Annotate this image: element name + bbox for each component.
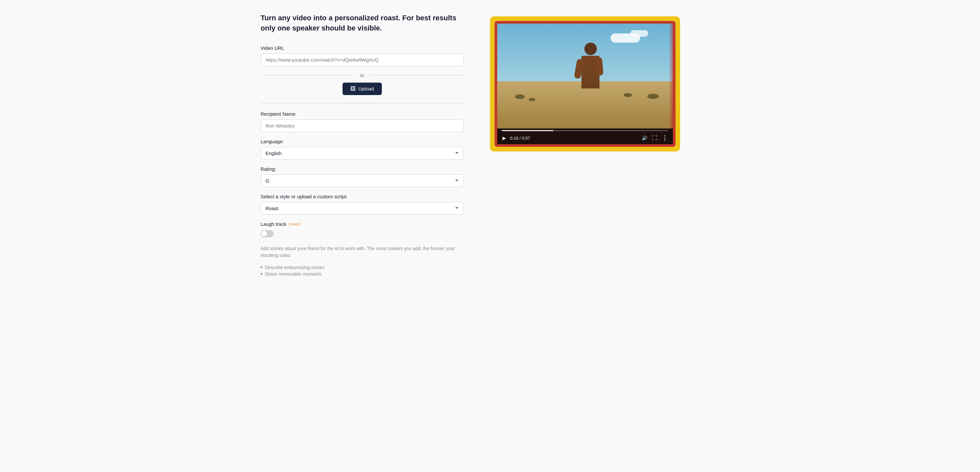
video-controls-bar: ▶ 0:18 / 0:57 🔊: [497, 132, 673, 144]
fullscreen-icon: ⛶: [652, 135, 657, 141]
progress-filled: [502, 130, 553, 131]
shrub-3: [624, 93, 632, 97]
style-group: Select a style or upload a custom script…: [261, 194, 464, 215]
bullet-item-2: Share memorable moments: [265, 272, 321, 277]
cloud-2: [630, 30, 648, 37]
style-select-wrapper: Roast Toast Birthday Retirement Custom: [261, 202, 464, 215]
upload-button-container: 🖼 Upload: [261, 83, 464, 95]
list-item: Share memorable moments: [261, 271, 464, 277]
page-headline: Turn any video into a personalized roast…: [261, 13, 464, 33]
rating-group: Rating: G PG PG-13 R: [261, 166, 464, 187]
person-torso: [581, 56, 600, 89]
laugh-track-label-row: Laugh track (new!): [261, 221, 464, 227]
more-options-button[interactable]: ⋮: [661, 134, 668, 142]
language-select-wrapper: English Spanish French German Italian Po…: [261, 147, 464, 160]
rating-select-wrapper: G PG PG-13 R: [261, 174, 464, 187]
divider-or-text: or: [360, 73, 364, 78]
upload-icon: 🖼: [350, 86, 356, 92]
divider-line-right: [369, 75, 464, 75]
video-url-group: Video URL: [261, 45, 464, 66]
upload-button[interactable]: 🖼 Upload: [342, 83, 382, 95]
laugh-track-label: Laugh track: [261, 221, 286, 227]
upload-button-label: Upload: [358, 86, 374, 91]
video-url-label: Video URL: [261, 45, 464, 51]
video-url-input[interactable]: [261, 53, 464, 66]
laugh-track-toggle[interactable]: [261, 230, 274, 237]
language-label: Language:: [261, 139, 464, 144]
time-total: 0:57: [522, 136, 530, 141]
person-figure: [581, 43, 600, 89]
video-wrapper: ▶ 0:18 / 0:57 🔊: [497, 24, 673, 144]
style-label: Select a style or upload a custom script…: [261, 194, 464, 199]
rating-select[interactable]: G PG PG-13 R: [261, 174, 464, 187]
toggle-knob: [261, 231, 267, 237]
right-panel: ▶ 0:18 / 0:57 🔊: [490, 13, 680, 151]
rating-label: Rating:: [261, 166, 464, 172]
play-button[interactable]: ▶: [502, 135, 507, 141]
video-thumbnail[interactable]: [497, 24, 673, 129]
language-group: Language: English Spanish French German …: [261, 139, 464, 160]
fullscreen-button[interactable]: ⛶: [651, 134, 658, 141]
divider-line-left: [261, 75, 355, 75]
volume-button[interactable]: 🔊: [641, 135, 648, 141]
more-options-icon: ⋮: [662, 134, 668, 141]
recipient-name-group: Recipient Name: [261, 111, 464, 132]
recipient-name-label: Recipient Name: [261, 111, 464, 117]
left-panel: Turn any video into a personalized roast…: [261, 13, 464, 277]
page-container: Turn any video into a personalized roast…: [261, 13, 719, 277]
right-edge-gradient: [669, 24, 673, 129]
or-divider: or: [261, 73, 464, 78]
play-icon: ▶: [503, 135, 506, 141]
progress-track[interactable]: [502, 130, 668, 131]
recipient-name-input[interactable]: [261, 119, 464, 132]
list-item: Describe embarrasing stories: [261, 264, 464, 271]
style-select[interactable]: Roast Toast Birthday Retirement Custom: [261, 202, 464, 215]
laugh-track-section: Laugh track (new!): [261, 221, 464, 238]
hint-text: Add stories about your friend for the AI…: [261, 245, 464, 259]
bullet-item-1: Describe embarrasing stories: [265, 265, 325, 270]
volume-icon: 🔊: [642, 135, 648, 141]
progress-bar-area[interactable]: [497, 129, 673, 132]
laugh-track-new-badge: (new!): [289, 222, 301, 227]
right-controls: 🔊 ⛶ ⋮: [641, 134, 668, 142]
video-inner-frame: ▶ 0:18 / 0:57 🔊: [495, 21, 676, 147]
language-select[interactable]: English Spanish French German Italian Po…: [261, 147, 464, 160]
bullet-dot: [261, 267, 262, 268]
video-outer-frame: ▶ 0:18 / 0:57 🔊: [490, 16, 680, 151]
time-current: 0:18: [510, 136, 518, 141]
bullet-dot: [261, 273, 262, 275]
time-display: 0:18 / 0:57: [510, 136, 638, 141]
person-head: [584, 43, 597, 55]
shrub-2: [529, 98, 535, 101]
bullet-list: Describe embarrasing stories Share memor…: [261, 264, 464, 277]
